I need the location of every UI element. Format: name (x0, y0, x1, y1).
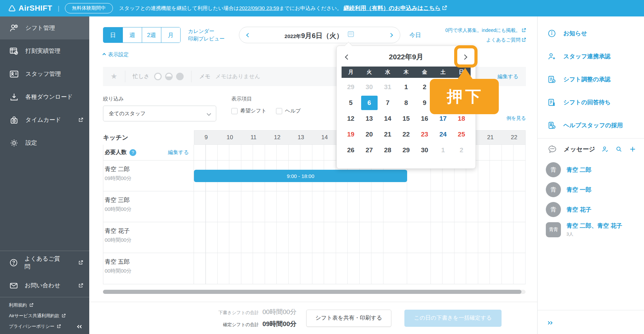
wish-shift-checkbox[interactable]: 希望シフト (231, 108, 266, 114)
annotation-press-label: 押下 (430, 79, 499, 114)
tab-day[interactable]: 日 (103, 27, 123, 43)
message-thread[interactable]: 青 青空 一郎 (538, 180, 644, 200)
sidebar-collapse-button[interactable] (78, 323, 82, 329)
calendar-day[interactable]: 21 (378, 127, 397, 142)
id-card-icon (9, 69, 19, 79)
new-message-button[interactable] (629, 145, 636, 153)
message-thread[interactable]: 青青 青空 二郎、青空 花子 3人 (538, 219, 644, 240)
current-date[interactable]: 2022年9月6日（火） (250, 30, 389, 40)
panel-expand-button[interactable] (547, 319, 552, 325)
shift-cells[interactable] (194, 253, 526, 284)
calendar-day[interactable]: 23 (415, 127, 434, 142)
topbar: AirSHIFT | 無料体験期間中 スタッフとの連携機能を継続して利用したい場… (0, 0, 644, 16)
next-month-button[interactable] (462, 54, 468, 60)
calendar-day[interactable]: 19 (342, 127, 360, 142)
calendar-day[interactable]: 13 (360, 111, 379, 127)
calendar-day[interactable]: 22 (397, 127, 415, 142)
calendar-day[interactable]: 25 (452, 127, 471, 142)
sidebar-item-faq[interactable]: よくあるご質問 (0, 251, 89, 274)
busyness-low-button[interactable] (154, 73, 162, 80)
panel-item-help-staff-hiring[interactable]: ヘルプスタッフの採用 (538, 114, 644, 137)
help-checkbox[interactable]: ヘルプ (276, 108, 301, 114)
calendar-day[interactable]: 29 (397, 142, 415, 158)
sidebar-item-contact[interactable]: お問い合わせ (0, 274, 89, 297)
calendar-day[interactable]: 1 (397, 79, 415, 95)
calendar-day[interactable]: 30 (360, 79, 379, 95)
tab-month[interactable]: 月 (161, 27, 180, 43)
tab-two-weeks[interactable]: 2週 (142, 27, 161, 43)
calendar-day[interactable]: 16 (415, 111, 434, 127)
today-link[interactable]: 今日 (409, 31, 421, 39)
shift-bar[interactable]: 9:00 - 18:00 (194, 170, 407, 182)
staff-name[interactable]: 青空 花子 (105, 227, 189, 235)
message-thread[interactable]: 青 青空 花子 (538, 200, 644, 219)
edit-required-link[interactable]: 編集する (168, 149, 189, 156)
panel-item-news[interactable]: お知らせ (538, 22, 644, 45)
faq-promo-link[interactable]: よくあるご質問 (445, 35, 526, 45)
prev-month-button[interactable] (345, 54, 350, 60)
terms-link[interactable]: 利用規約 (9, 302, 89, 308)
staff-name[interactable]: 青空 二郎 (105, 165, 189, 173)
calendar-day[interactable]: 30 (415, 142, 434, 158)
busyness-mid-button[interactable] (165, 73, 173, 80)
calendar-day[interactable]: 15 (397, 111, 415, 127)
sidebar-item-settings[interactable]: 設定 (0, 131, 89, 154)
message-search-button[interactable] (615, 145, 623, 153)
panel-item-shift-adjust-approval[interactable]: シフト調整の承認 (538, 68, 644, 91)
external-link-icon (79, 260, 83, 265)
message-member-button[interactable] (601, 145, 609, 153)
staff-name[interactable]: 青空 五郎 (105, 258, 189, 266)
shift-cells[interactable] (194, 222, 526, 253)
sidebar-item-shift-management[interactable]: シフト管理 (0, 16, 89, 39)
calendar-day[interactable]: 27 (360, 142, 379, 158)
help-badge-icon[interactable]: ? (129, 149, 136, 156)
indeed-promo-link[interactable]: 0円で求人募集。indeedにも掲載。 (445, 25, 526, 35)
sidebar-item-timecard[interactable]: タイムカード (0, 108, 89, 131)
horizontal-scrollbar-thumb[interactable] (103, 290, 521, 294)
calendar-day[interactable]: 7 (378, 95, 397, 111)
calendar-day[interactable]: 8 (397, 95, 415, 111)
calendar-day[interactable]: 1 (434, 142, 452, 158)
bulk-confirm-button[interactable]: この日の下書きを一括確定する (404, 310, 502, 327)
calendar-day[interactable]: 26 (342, 142, 360, 158)
required-label: 必要人数 (105, 149, 127, 156)
promo-links: 0円で求人募集。indeedにも掲載。 よくあるご質問 (445, 25, 526, 45)
next-day-button[interactable] (389, 33, 393, 37)
staff-filter-select[interactable]: 全てのスタッフ (103, 106, 216, 121)
sidebar-item-punch-records[interactable]: 打刻実績管理 (0, 39, 89, 62)
paid-signup-link[interactable]: 継続利用（有料）のお申込みはこちら (344, 5, 447, 11)
calendar-day[interactable]: 29 (342, 79, 360, 95)
calendar-print-preview-link[interactable]: カレンダー 印刷プレビュー (188, 27, 225, 43)
calendar-day[interactable]: 28 (378, 142, 397, 158)
calendar-day[interactable]: 14 (378, 111, 397, 127)
download-icon (9, 92, 19, 102)
sidebar-item-staff-management[interactable]: スタッフ管理 (0, 62, 89, 85)
shift-cells[interactable] (194, 191, 526, 222)
panel-item-shift-reply-waiting[interactable]: シフトの回答待ち (538, 91, 644, 114)
calendar-day[interactable]: 2 (452, 142, 471, 158)
panel-item-staff-link-approval[interactable]: スタッフ連携承認 (538, 45, 644, 68)
day-of-week-label: 土 (434, 67, 452, 78)
see-example-link[interactable]: 例を見る (506, 115, 526, 121)
edit-day-info-link[interactable]: 編集する (497, 73, 518, 80)
share-print-button[interactable]: シフト表を共有・印刷する (306, 310, 391, 327)
tab-week[interactable]: 週 (123, 27, 142, 43)
sidebar-item-downloads[interactable]: 各種ダウンロード (0, 85, 89, 108)
calendar-day[interactable]: 20 (360, 127, 379, 142)
calendar-day[interactable]: 24 (434, 127, 452, 142)
calendar-day[interactable]: 31 (378, 79, 397, 95)
air-terms-link[interactable]: Airサービス共通利用約款 (9, 313, 89, 319)
star-icon[interactable]: ★ (111, 72, 117, 81)
memo-placeholder[interactable]: メモはありません (215, 73, 260, 80)
fixed-total-label: 確定シフトの合計 (223, 322, 259, 328)
calendar-icon[interactable] (347, 30, 355, 38)
staff-name[interactable]: 青空 三郎 (105, 196, 189, 204)
calendar-day[interactable]: 12 (342, 111, 360, 127)
logo-text: AirSHIFT (19, 4, 52, 13)
message-thread[interactable]: 青 青空 二郎 (538, 160, 644, 180)
airshift-logo[interactable]: AirSHIFT (8, 4, 52, 13)
calendar-day-selected[interactable]: 6 (360, 95, 379, 111)
calendar-day[interactable]: 5 (342, 95, 360, 111)
busyness-high-button[interactable] (176, 73, 184, 80)
hour-label: 9 (194, 134, 218, 141)
